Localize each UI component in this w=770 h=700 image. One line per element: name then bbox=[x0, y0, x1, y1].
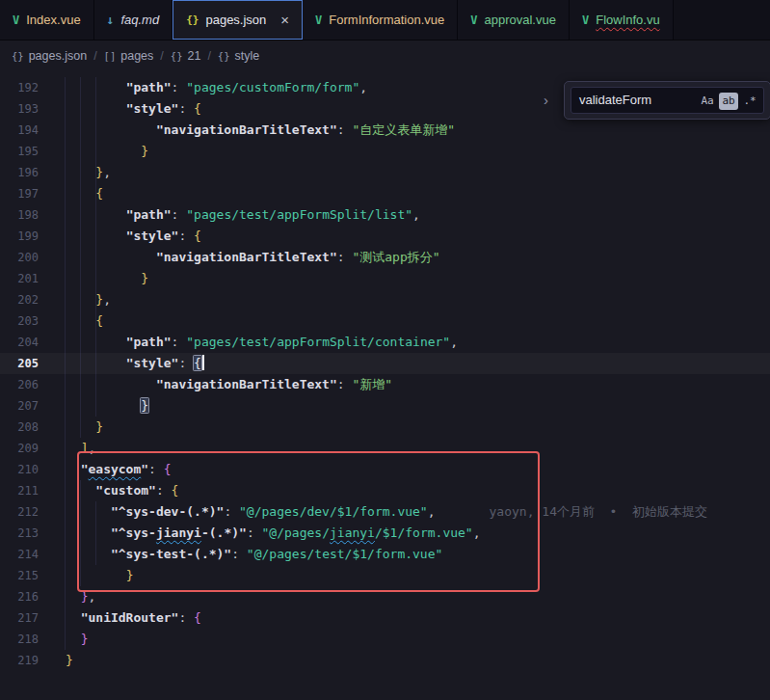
code-token: , bbox=[428, 504, 436, 519]
code-line[interactable]: 202 }, bbox=[0, 289, 770, 310]
tab-label: FormInformation.vue bbox=[329, 13, 444, 27]
code-line[interactable]: 199 "style": { bbox=[0, 226, 770, 247]
markdown-icon: ↓ bbox=[107, 13, 115, 27]
code-text: "custom": { bbox=[66, 480, 178, 501]
line-number: 197 bbox=[0, 183, 39, 204]
code-token: "^sys- bbox=[111, 525, 156, 540]
code-token: } bbox=[81, 632, 89, 646]
code-token: "新增" bbox=[352, 377, 392, 391]
code-token: "style" bbox=[126, 229, 179, 243]
code-text: ], bbox=[66, 438, 95, 459]
line-number: 201 bbox=[0, 268, 39, 289]
code-token bbox=[66, 80, 126, 94]
code-line[interactable]: 207 } bbox=[0, 395, 770, 417]
tab-pages-json[interactable]: {}pages.json× bbox=[173, 0, 303, 40]
match-case-toggle-icon[interactable]: Aa bbox=[698, 93, 717, 110]
code-token: , bbox=[473, 525, 481, 540]
code-token bbox=[66, 419, 95, 434]
code-token: { bbox=[194, 610, 201, 625]
code-line[interactable]: 208 } bbox=[0, 417, 770, 438]
code-line[interactable]: 196 }, bbox=[0, 162, 770, 183]
code-token bbox=[66, 547, 111, 561]
code-token: jianyi bbox=[156, 525, 201, 540]
line-number: 219 bbox=[0, 650, 39, 671]
find-input[interactable]: validateForm Aaab.* bbox=[571, 87, 764, 114]
code-line[interactable]: 213 "^sys-jianyi-(.*)": "@/pages/jianyi/… bbox=[0, 523, 770, 544]
close-icon[interactable]: × bbox=[280, 13, 289, 27]
code-line[interactable]: 219} bbox=[0, 650, 770, 671]
code-line[interactable]: 209 ], bbox=[0, 438, 770, 459]
vue-icon: V bbox=[470, 13, 477, 27]
tab-index-vue[interactable]: VIndex.vue bbox=[0, 0, 94, 40]
code-line[interactable]: 217 "uniIdRouter": { bbox=[0, 607, 770, 629]
code-token: "path" bbox=[126, 80, 172, 94]
code-token bbox=[66, 165, 95, 179]
whole-word-toggle-icon[interactable]: ab bbox=[719, 93, 738, 110]
code-text: "style": { bbox=[66, 353, 204, 374]
find-widget-box: validateForm Aaab.* bbox=[564, 81, 770, 120]
code-line[interactable]: 201 } bbox=[0, 268, 770, 289]
tab-approval-vue[interactable]: Vapproval.vue bbox=[458, 0, 570, 40]
find-collapse-chevron-icon[interactable]: › bbox=[544, 92, 559, 108]
line-number: 211 bbox=[0, 480, 39, 501]
line-number: 195 bbox=[0, 141, 39, 162]
find-widget: › validateForm Aaab.* bbox=[544, 81, 770, 120]
code-text: "navigationBarTitleText": "新增" bbox=[66, 374, 392, 395]
tab-flowinfo-vu[interactable]: VFlowInfo.vu bbox=[570, 0, 674, 40]
code-editor[interactable]: 192 "path": "pages/customForm/form",193 … bbox=[0, 71, 770, 700]
code-line[interactable]: 205 "style": { bbox=[0, 353, 770, 374]
tab-faq-md[interactable]: ↓faq.md bbox=[94, 0, 173, 40]
code-line[interactable]: 214 "^sys-test-(.*)": "@/pages/test/$1/f… bbox=[0, 544, 770, 565]
code-token: , bbox=[359, 80, 367, 94]
breadcrumb-item-pages-json[interactable]: {}pages.json bbox=[12, 49, 87, 63]
code-token: easycom bbox=[88, 462, 141, 476]
symbol-icon: {} bbox=[12, 50, 24, 62]
code-token bbox=[66, 356, 126, 370]
code-text: }, bbox=[66, 586, 95, 607]
code-line[interactable]: 195 } bbox=[0, 141, 770, 162]
code-line[interactable]: 197 { bbox=[0, 183, 770, 204]
code-token bbox=[66, 504, 111, 519]
code-text: } bbox=[66, 417, 103, 438]
code-line[interactable]: 211 "custom": { bbox=[0, 480, 770, 501]
code-line[interactable]: 203 { bbox=[0, 310, 770, 332]
code-token: : bbox=[178, 229, 194, 243]
code-token: "@/pages/ bbox=[262, 525, 330, 540]
breadcrumb-item-style[interactable]: {}style bbox=[218, 49, 259, 63]
code-token bbox=[66, 122, 156, 137]
code-text: } bbox=[66, 395, 148, 417]
code-line[interactable]: 210 "easycom": { bbox=[0, 459, 770, 480]
code-line[interactable]: 198 "path": "pages/test/appFormSplit/lis… bbox=[0, 204, 770, 226]
code-token: } bbox=[66, 653, 73, 667]
code-token bbox=[66, 525, 111, 540]
line-number: 192 bbox=[0, 77, 39, 98]
line-number: 198 bbox=[0, 204, 39, 226]
regex-toggle-icon[interactable]: .* bbox=[740, 93, 759, 110]
line-number: 205 bbox=[0, 353, 39, 374]
code-line[interactable]: 212 "^sys-dev-(.*)": "@/pages/dev/$1/for… bbox=[0, 501, 770, 523]
code-line[interactable]: 194 "navigationBarTitleText": "自定义表单新增" bbox=[0, 120, 770, 141]
breadcrumb-item-pages[interactable]: []pages bbox=[104, 49, 154, 63]
code-token: "navigationBarTitleText" bbox=[156, 377, 337, 391]
tab-label: pages.json bbox=[205, 13, 266, 27]
breadcrumb-item-21[interactable]: {}21 bbox=[171, 49, 201, 63]
code-line[interactable]: 206 "navigationBarTitleText": "新增" bbox=[0, 374, 770, 395]
code-token: "style" bbox=[126, 101, 179, 116]
tab-forminformation-vue[interactable]: VFormInformation.vue bbox=[303, 0, 458, 40]
code-text: "uniIdRouter": { bbox=[66, 607, 201, 629]
code-line[interactable]: 218 } bbox=[0, 629, 770, 650]
code-line[interactable]: 216 }, bbox=[0, 586, 770, 607]
code-token: , bbox=[88, 441, 95, 455]
code-token: : bbox=[337, 122, 353, 137]
git-blame-annotation: yaoyn, 14个月前 • 初始版本提交 bbox=[490, 504, 708, 519]
code-line[interactable]: 204 "path": "pages/test/appFormSplit/con… bbox=[0, 332, 770, 353]
code-lines: 192 "path": "pages/customForm/form",193 … bbox=[0, 71, 770, 671]
find-toggle-group: Aaab.* bbox=[696, 91, 759, 110]
code-line[interactable]: 200 "navigationBarTitleText": "测试app拆分" bbox=[0, 247, 770, 268]
code-token: , bbox=[103, 292, 111, 307]
code-text: { bbox=[66, 183, 103, 204]
code-line[interactable]: 215 } bbox=[0, 565, 770, 586]
code-token: "@/pages/dev/$1/form.vue" bbox=[239, 504, 428, 519]
code-text: "^sys-jianyi-(.*)": "@/pages/jianyi/$1/f… bbox=[66, 523, 481, 544]
code-text: } bbox=[66, 650, 73, 671]
